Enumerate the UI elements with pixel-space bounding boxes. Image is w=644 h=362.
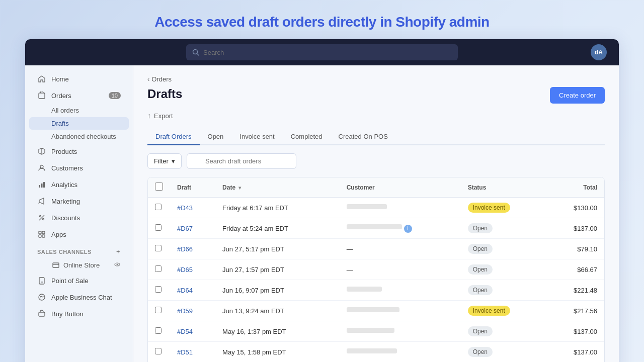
row-customer (340, 342, 461, 362)
sidebar-item-home-label: Home (51, 75, 121, 83)
sidebar-item-analytics[interactable]: Analytics (29, 176, 129, 193)
sidebar-item-home[interactable]: Home (29, 71, 129, 87)
th-customer: Customer (340, 177, 461, 198)
eye-icon[interactable] (114, 261, 121, 269)
breadcrumb-link[interactable]: Orders (151, 75, 172, 83)
sidebar-item-marketing[interactable]: Marketing (29, 193, 129, 209)
sidebar-item-discounts-label: Discounts (51, 214, 121, 222)
row-total: $130.00 (547, 198, 604, 218)
svg-point-4 (40, 165, 43, 168)
row-checkbox[interactable] (155, 224, 162, 231)
discounts-icon (37, 213, 46, 222)
sidebar-item-point-of-sale[interactable]: Point of Sale (29, 273, 129, 289)
sidebar-item-discounts[interactable]: Discounts (29, 210, 129, 226)
sales-channels-section: SALES CHANNELS ＋ (25, 243, 133, 257)
row-total: $137.00 (547, 218, 604, 239)
sidebar-item-buy-button[interactable]: Buy Button (29, 306, 129, 322)
tab-completed[interactable]: Completed (283, 129, 331, 145)
draft-link[interactable]: #D65 (177, 266, 193, 274)
search-drafts-input[interactable] (187, 153, 296, 169)
row-checkbox[interactable] (155, 204, 162, 210)
row-date: Jun 27, 5:17 pm EDT (215, 239, 340, 259)
filter-label: Filter (154, 157, 169, 165)
row-date: Jun 27, 1:57 pm EDT (215, 259, 340, 280)
row-date: Jun 13, 9:24 am EDT (215, 301, 340, 321)
svg-rect-11 (39, 231, 41, 234)
search-input[interactable] (203, 49, 452, 56)
svg-rect-7 (43, 182, 45, 188)
export-row[interactable]: ↑ Export (147, 112, 605, 120)
tab-created-on-pos[interactable]: Created On POS (331, 129, 396, 145)
sidebar: Home Orders 10 All orders Drafts Abandon… (25, 65, 133, 362)
draft-link[interactable]: #D67 (177, 225, 193, 232)
app-shell: dA Home Orders 10 All orders Drafts Aban… (25, 39, 619, 362)
th-draft: Draft (170, 177, 215, 198)
sidebar-item-apple-chat-label: Apple Business Chat (51, 294, 121, 301)
create-order-button[interactable]: Create order (550, 87, 605, 104)
table-row: #D64Jun 16, 9:07 pm EDT Open$221.48 (148, 280, 604, 301)
sidebar-item-customers-label: Customers (51, 164, 121, 172)
table-row: #D43Friday at 6:17 am EDT Invoice sent$1… (148, 198, 604, 218)
row-checkbox[interactable] (155, 348, 162, 354)
row-date: May 15, 1:58 pm EDT (215, 342, 340, 362)
row-checkbox[interactable] (155, 327, 162, 334)
sidebar-item-products[interactable]: Products (29, 143, 129, 159)
draft-link[interactable]: #D59 (177, 307, 193, 315)
sidebar-item-drafts[interactable]: Drafts (29, 117, 129, 130)
row-status: Open (461, 342, 547, 362)
row-status: Invoice sent (461, 198, 547, 218)
sidebar-item-abandoned-checkouts[interactable]: Abandoned checkouts (29, 130, 129, 143)
row-date: Friday at 5:24 am EDT (215, 218, 340, 239)
select-all-checkbox[interactable] (155, 183, 163, 191)
tab-draft-orders[interactable]: Draft Orders (147, 129, 200, 145)
row-checkbox[interactable] (155, 307, 162, 313)
row-checkbox[interactable] (155, 245, 162, 251)
row-total: $137.00 (547, 342, 604, 362)
row-total: $79.10 (547, 239, 604, 259)
sidebar-item-apple-business-chat[interactable]: Apple Business Chat (29, 289, 129, 305)
info-icon[interactable]: i (404, 225, 412, 233)
apple-chat-icon (37, 293, 46, 302)
row-status: Open (461, 239, 547, 259)
tab-invoice-sent[interactable]: Invoice sent (231, 129, 282, 145)
customer-blurred (347, 348, 397, 353)
table-row: #D67Friday at 5:24 am EDT iOpen$137.00 (148, 218, 604, 239)
sidebar-item-orders[interactable]: Orders 10 (29, 87, 129, 104)
row-checkbox[interactable] (155, 286, 162, 293)
orders-icon (37, 91, 46, 100)
search-bar[interactable] (186, 44, 458, 60)
svg-point-9 (43, 219, 44, 220)
th-date: Date ▾ (215, 177, 340, 198)
filter-button[interactable]: Filter ▾ (147, 153, 182, 169)
draft-link[interactable]: #D66 (177, 245, 193, 253)
row-customer: i (340, 218, 461, 239)
analytics-icon (37, 180, 46, 189)
draft-link[interactable]: #D54 (177, 328, 193, 335)
sidebar-item-all-orders[interactable]: All orders (29, 104, 129, 117)
sidebar-item-customers[interactable]: Customers (29, 160, 129, 176)
row-customer: — (340, 259, 461, 280)
row-checkbox[interactable] (155, 265, 162, 272)
add-channel-icon[interactable]: ＋ (115, 248, 121, 255)
drafts-table: Draft Date ▾ Customer Status Total #D43F… (147, 177, 605, 362)
filter-row: Filter ▾ (147, 153, 605, 169)
table-row: #D51May 15, 1:58 pm EDT Open$137.00 (148, 342, 604, 362)
row-customer (340, 321, 461, 342)
row-status: Open (461, 321, 547, 342)
status-badge: Open (468, 326, 493, 336)
sidebar-item-online-store[interactable]: Online Store (29, 258, 129, 272)
row-date: May 16, 1:37 pm EDT (215, 321, 340, 342)
svg-point-17 (117, 263, 118, 265)
filter-chevron-icon: ▾ (172, 157, 175, 165)
tab-open[interactable]: Open (200, 129, 232, 145)
page-header: Drafts Create order (147, 87, 605, 104)
table-row: #D54May 16, 1:37 pm EDT Open$137.00 (148, 321, 604, 342)
draft-link[interactable]: #D51 (177, 348, 193, 356)
sidebar-item-apps[interactable]: Apps (29, 226, 129, 242)
search-icon (192, 49, 199, 56)
draft-link[interactable]: #D64 (177, 287, 193, 294)
svg-rect-13 (39, 235, 41, 237)
svg-rect-5 (39, 185, 40, 188)
th-checkbox (148, 177, 170, 198)
draft-link[interactable]: #D43 (177, 204, 193, 212)
